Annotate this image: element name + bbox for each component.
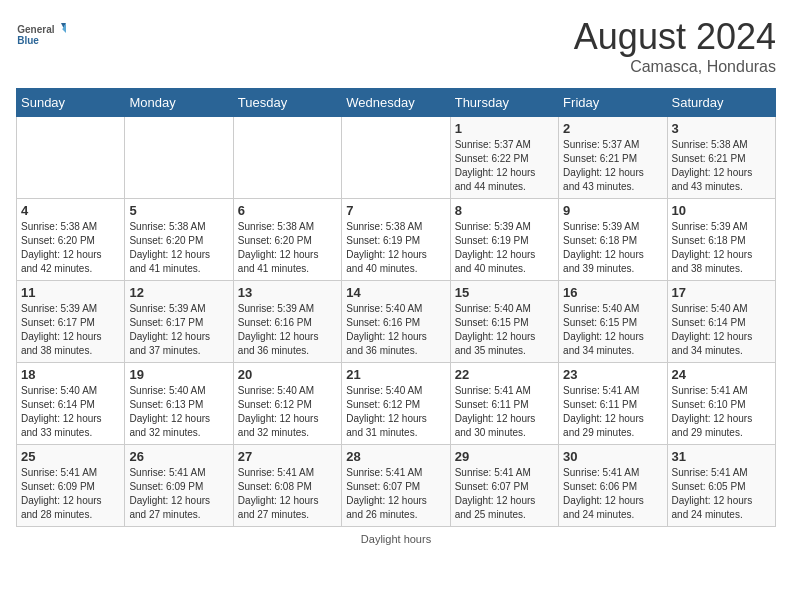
day-info: Sunrise: 5:39 AMSunset: 6:19 PMDaylight:… — [455, 220, 554, 276]
day-number: 13 — [238, 285, 337, 300]
calendar-cell: 31Sunrise: 5:41 AMSunset: 6:05 PMDayligh… — [667, 445, 775, 527]
day-number: 26 — [129, 449, 228, 464]
day-info: Sunrise: 5:37 AMSunset: 6:21 PMDaylight:… — [563, 138, 662, 194]
week-row: 18Sunrise: 5:40 AMSunset: 6:14 PMDayligh… — [17, 363, 776, 445]
calendar-cell: 23Sunrise: 5:41 AMSunset: 6:11 PMDayligh… — [559, 363, 667, 445]
calendar-cell: 10Sunrise: 5:39 AMSunset: 6:18 PMDayligh… — [667, 199, 775, 281]
day-info: Sunrise: 5:39 AMSunset: 6:18 PMDaylight:… — [563, 220, 662, 276]
day-info: Sunrise: 5:41 AMSunset: 6:09 PMDaylight:… — [129, 466, 228, 522]
day-number: 25 — [21, 449, 120, 464]
calendar-cell: 5Sunrise: 5:38 AMSunset: 6:20 PMDaylight… — [125, 199, 233, 281]
logo: General Blue — [16, 16, 66, 56]
day-info: Sunrise: 5:39 AMSunset: 6:16 PMDaylight:… — [238, 302, 337, 358]
footer: Daylight hours — [16, 533, 776, 545]
day-info: Sunrise: 5:40 AMSunset: 6:13 PMDaylight:… — [129, 384, 228, 440]
calendar-cell: 14Sunrise: 5:40 AMSunset: 6:16 PMDayligh… — [342, 281, 450, 363]
day-info: Sunrise: 5:41 AMSunset: 6:05 PMDaylight:… — [672, 466, 771, 522]
calendar-cell: 16Sunrise: 5:40 AMSunset: 6:15 PMDayligh… — [559, 281, 667, 363]
day-info: Sunrise: 5:40 AMSunset: 6:14 PMDaylight:… — [21, 384, 120, 440]
day-number: 10 — [672, 203, 771, 218]
day-number: 4 — [21, 203, 120, 218]
day-number: 31 — [672, 449, 771, 464]
month-title: August 2024 — [574, 16, 776, 58]
svg-text:Blue: Blue — [17, 35, 39, 46]
calendar-cell: 7Sunrise: 5:38 AMSunset: 6:19 PMDaylight… — [342, 199, 450, 281]
calendar-cell — [17, 117, 125, 199]
calendar-cell: 19Sunrise: 5:40 AMSunset: 6:13 PMDayligh… — [125, 363, 233, 445]
calendar-cell: 3Sunrise: 5:38 AMSunset: 6:21 PMDaylight… — [667, 117, 775, 199]
day-info: Sunrise: 5:38 AMSunset: 6:20 PMDaylight:… — [21, 220, 120, 276]
calendar-cell: 4Sunrise: 5:38 AMSunset: 6:20 PMDaylight… — [17, 199, 125, 281]
day-number: 3 — [672, 121, 771, 136]
header: General Blue August 2024 Camasca, Hondur… — [16, 16, 776, 76]
calendar-cell: 21Sunrise: 5:40 AMSunset: 6:12 PMDayligh… — [342, 363, 450, 445]
day-number: 14 — [346, 285, 445, 300]
week-row: 1Sunrise: 5:37 AMSunset: 6:22 PMDaylight… — [17, 117, 776, 199]
day-number: 24 — [672, 367, 771, 382]
day-info: Sunrise: 5:41 AMSunset: 6:11 PMDaylight:… — [455, 384, 554, 440]
day-number: 1 — [455, 121, 554, 136]
calendar-cell: 13Sunrise: 5:39 AMSunset: 6:16 PMDayligh… — [233, 281, 341, 363]
day-info: Sunrise: 5:39 AMSunset: 6:17 PMDaylight:… — [129, 302, 228, 358]
week-row: 11Sunrise: 5:39 AMSunset: 6:17 PMDayligh… — [17, 281, 776, 363]
day-info: Sunrise: 5:41 AMSunset: 6:11 PMDaylight:… — [563, 384, 662, 440]
day-header-monday: Monday — [125, 89, 233, 117]
day-number: 23 — [563, 367, 662, 382]
day-number: 5 — [129, 203, 228, 218]
day-info: Sunrise: 5:41 AMSunset: 6:07 PMDaylight:… — [455, 466, 554, 522]
day-header-friday: Friday — [559, 89, 667, 117]
day-number: 21 — [346, 367, 445, 382]
day-info: Sunrise: 5:38 AMSunset: 6:20 PMDaylight:… — [129, 220, 228, 276]
calendar-cell: 24Sunrise: 5:41 AMSunset: 6:10 PMDayligh… — [667, 363, 775, 445]
day-number: 12 — [129, 285, 228, 300]
day-info: Sunrise: 5:41 AMSunset: 6:09 PMDaylight:… — [21, 466, 120, 522]
day-header-tuesday: Tuesday — [233, 89, 341, 117]
week-row: 25Sunrise: 5:41 AMSunset: 6:09 PMDayligh… — [17, 445, 776, 527]
calendar-table: SundayMondayTuesdayWednesdayThursdayFrid… — [16, 88, 776, 527]
day-number: 16 — [563, 285, 662, 300]
calendar-cell: 22Sunrise: 5:41 AMSunset: 6:11 PMDayligh… — [450, 363, 558, 445]
day-info: Sunrise: 5:41 AMSunset: 6:08 PMDaylight:… — [238, 466, 337, 522]
day-number: 29 — [455, 449, 554, 464]
day-number: 22 — [455, 367, 554, 382]
day-number: 17 — [672, 285, 771, 300]
day-number: 2 — [563, 121, 662, 136]
day-header-sunday: Sunday — [17, 89, 125, 117]
calendar-cell: 26Sunrise: 5:41 AMSunset: 6:09 PMDayligh… — [125, 445, 233, 527]
day-number: 6 — [238, 203, 337, 218]
day-number: 27 — [238, 449, 337, 464]
calendar-cell: 17Sunrise: 5:40 AMSunset: 6:14 PMDayligh… — [667, 281, 775, 363]
calendar-cell: 12Sunrise: 5:39 AMSunset: 6:17 PMDayligh… — [125, 281, 233, 363]
calendar-cell: 11Sunrise: 5:39 AMSunset: 6:17 PMDayligh… — [17, 281, 125, 363]
calendar-cell — [125, 117, 233, 199]
day-header-thursday: Thursday — [450, 89, 558, 117]
day-number: 7 — [346, 203, 445, 218]
day-info: Sunrise: 5:37 AMSunset: 6:22 PMDaylight:… — [455, 138, 554, 194]
calendar-cell — [233, 117, 341, 199]
calendar-cell: 27Sunrise: 5:41 AMSunset: 6:08 PMDayligh… — [233, 445, 341, 527]
calendar-cell: 1Sunrise: 5:37 AMSunset: 6:22 PMDaylight… — [450, 117, 558, 199]
title-area: August 2024 Camasca, Honduras — [574, 16, 776, 76]
calendar-cell: 2Sunrise: 5:37 AMSunset: 6:21 PMDaylight… — [559, 117, 667, 199]
day-info: Sunrise: 5:40 AMSunset: 6:14 PMDaylight:… — [672, 302, 771, 358]
calendar-cell: 9Sunrise: 5:39 AMSunset: 6:18 PMDaylight… — [559, 199, 667, 281]
day-number: 30 — [563, 449, 662, 464]
calendar-cell: 25Sunrise: 5:41 AMSunset: 6:09 PMDayligh… — [17, 445, 125, 527]
day-info: Sunrise: 5:41 AMSunset: 6:07 PMDaylight:… — [346, 466, 445, 522]
calendar-cell: 20Sunrise: 5:40 AMSunset: 6:12 PMDayligh… — [233, 363, 341, 445]
day-info: Sunrise: 5:41 AMSunset: 6:10 PMDaylight:… — [672, 384, 771, 440]
day-info: Sunrise: 5:40 AMSunset: 6:15 PMDaylight:… — [563, 302, 662, 358]
day-info: Sunrise: 5:39 AMSunset: 6:18 PMDaylight:… — [672, 220, 771, 276]
day-header-wednesday: Wednesday — [342, 89, 450, 117]
day-headers-row: SundayMondayTuesdayWednesdayThursdayFrid… — [17, 89, 776, 117]
day-info: Sunrise: 5:39 AMSunset: 6:17 PMDaylight:… — [21, 302, 120, 358]
calendar-cell: 18Sunrise: 5:40 AMSunset: 6:14 PMDayligh… — [17, 363, 125, 445]
day-info: Sunrise: 5:40 AMSunset: 6:16 PMDaylight:… — [346, 302, 445, 358]
calendar-cell — [342, 117, 450, 199]
day-info: Sunrise: 5:40 AMSunset: 6:12 PMDaylight:… — [346, 384, 445, 440]
day-info: Sunrise: 5:40 AMSunset: 6:12 PMDaylight:… — [238, 384, 337, 440]
day-info: Sunrise: 5:38 AMSunset: 6:20 PMDaylight:… — [238, 220, 337, 276]
calendar-cell: 8Sunrise: 5:39 AMSunset: 6:19 PMDaylight… — [450, 199, 558, 281]
day-number: 28 — [346, 449, 445, 464]
day-info: Sunrise: 5:41 AMSunset: 6:06 PMDaylight:… — [563, 466, 662, 522]
